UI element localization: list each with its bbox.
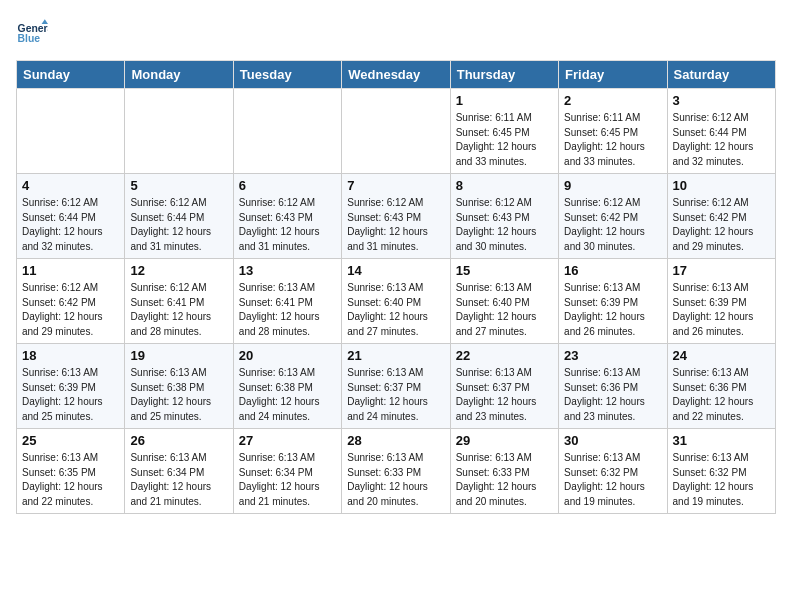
calendar-day-cell: 6Sunrise: 6:12 AM Sunset: 6:43 PM Daylig… [233,174,341,259]
svg-marker-2 [42,19,48,24]
day-number: 16 [564,263,661,278]
weekday-header-monday: Monday [125,61,233,89]
day-number: 5 [130,178,227,193]
day-number: 4 [22,178,119,193]
day-info: Sunrise: 6:13 AM Sunset: 6:33 PM Dayligh… [456,451,553,509]
day-number: 22 [456,348,553,363]
weekday-header-sunday: Sunday [17,61,125,89]
day-number: 19 [130,348,227,363]
day-info: Sunrise: 6:13 AM Sunset: 6:32 PM Dayligh… [673,451,770,509]
calendar-week-row: 25Sunrise: 6:13 AM Sunset: 6:35 PM Dayli… [17,429,776,514]
calendar-day-cell: 24Sunrise: 6:13 AM Sunset: 6:36 PM Dayli… [667,344,775,429]
day-info: Sunrise: 6:13 AM Sunset: 6:36 PM Dayligh… [673,366,770,424]
day-number: 14 [347,263,444,278]
day-number: 24 [673,348,770,363]
day-info: Sunrise: 6:13 AM Sunset: 6:36 PM Dayligh… [564,366,661,424]
day-info: Sunrise: 6:12 AM Sunset: 6:44 PM Dayligh… [22,196,119,254]
calendar-day-cell: 15Sunrise: 6:13 AM Sunset: 6:40 PM Dayli… [450,259,558,344]
day-number: 15 [456,263,553,278]
logo-icon: General Blue [16,16,48,48]
day-info: Sunrise: 6:13 AM Sunset: 6:37 PM Dayligh… [456,366,553,424]
calendar-day-cell: 4Sunrise: 6:12 AM Sunset: 6:44 PM Daylig… [17,174,125,259]
day-info: Sunrise: 6:13 AM Sunset: 6:35 PM Dayligh… [22,451,119,509]
day-info: Sunrise: 6:13 AM Sunset: 6:39 PM Dayligh… [673,281,770,339]
day-number: 8 [456,178,553,193]
svg-text:Blue: Blue [18,33,41,44]
day-number: 25 [22,433,119,448]
calendar-week-row: 4Sunrise: 6:12 AM Sunset: 6:44 PM Daylig… [17,174,776,259]
day-number: 21 [347,348,444,363]
day-info: Sunrise: 6:13 AM Sunset: 6:38 PM Dayligh… [130,366,227,424]
day-info: Sunrise: 6:13 AM Sunset: 6:39 PM Dayligh… [564,281,661,339]
day-number: 28 [347,433,444,448]
day-number: 29 [456,433,553,448]
calendar-week-row: 11Sunrise: 6:12 AM Sunset: 6:42 PM Dayli… [17,259,776,344]
day-info: Sunrise: 6:13 AM Sunset: 6:34 PM Dayligh… [239,451,336,509]
day-info: Sunrise: 6:13 AM Sunset: 6:39 PM Dayligh… [22,366,119,424]
calendar-day-cell: 3Sunrise: 6:12 AM Sunset: 6:44 PM Daylig… [667,89,775,174]
day-number: 7 [347,178,444,193]
calendar-day-cell: 28Sunrise: 6:13 AM Sunset: 6:33 PM Dayli… [342,429,450,514]
calendar-day-cell [17,89,125,174]
calendar-day-cell: 5Sunrise: 6:12 AM Sunset: 6:44 PM Daylig… [125,174,233,259]
calendar-day-cell: 8Sunrise: 6:12 AM Sunset: 6:43 PM Daylig… [450,174,558,259]
calendar-day-cell [125,89,233,174]
page-header: General Blue [16,16,776,48]
day-number: 13 [239,263,336,278]
day-info: Sunrise: 6:11 AM Sunset: 6:45 PM Dayligh… [456,111,553,169]
day-info: Sunrise: 6:12 AM Sunset: 6:44 PM Dayligh… [130,196,227,254]
calendar-day-cell: 12Sunrise: 6:12 AM Sunset: 6:41 PM Dayli… [125,259,233,344]
calendar-day-cell: 2Sunrise: 6:11 AM Sunset: 6:45 PM Daylig… [559,89,667,174]
day-number: 26 [130,433,227,448]
calendar-day-cell: 21Sunrise: 6:13 AM Sunset: 6:37 PM Dayli… [342,344,450,429]
calendar-day-cell: 30Sunrise: 6:13 AM Sunset: 6:32 PM Dayli… [559,429,667,514]
day-info: Sunrise: 6:13 AM Sunset: 6:37 PM Dayligh… [347,366,444,424]
calendar-day-cell: 1Sunrise: 6:11 AM Sunset: 6:45 PM Daylig… [450,89,558,174]
calendar-day-cell: 26Sunrise: 6:13 AM Sunset: 6:34 PM Dayli… [125,429,233,514]
weekday-header-tuesday: Tuesday [233,61,341,89]
calendar-day-cell: 10Sunrise: 6:12 AM Sunset: 6:42 PM Dayli… [667,174,775,259]
calendar-day-cell: 17Sunrise: 6:13 AM Sunset: 6:39 PM Dayli… [667,259,775,344]
calendar-day-cell: 14Sunrise: 6:13 AM Sunset: 6:40 PM Dayli… [342,259,450,344]
day-info: Sunrise: 6:13 AM Sunset: 6:40 PM Dayligh… [456,281,553,339]
calendar-day-cell: 29Sunrise: 6:13 AM Sunset: 6:33 PM Dayli… [450,429,558,514]
day-number: 9 [564,178,661,193]
calendar-day-cell: 20Sunrise: 6:13 AM Sunset: 6:38 PM Dayli… [233,344,341,429]
day-number: 23 [564,348,661,363]
day-info: Sunrise: 6:12 AM Sunset: 6:43 PM Dayligh… [456,196,553,254]
calendar-day-cell: 9Sunrise: 6:12 AM Sunset: 6:42 PM Daylig… [559,174,667,259]
calendar-day-cell: 25Sunrise: 6:13 AM Sunset: 6:35 PM Dayli… [17,429,125,514]
day-info: Sunrise: 6:13 AM Sunset: 6:34 PM Dayligh… [130,451,227,509]
day-number: 12 [130,263,227,278]
day-number: 10 [673,178,770,193]
day-info: Sunrise: 6:13 AM Sunset: 6:38 PM Dayligh… [239,366,336,424]
calendar-day-cell: 16Sunrise: 6:13 AM Sunset: 6:39 PM Dayli… [559,259,667,344]
calendar-day-cell: 7Sunrise: 6:12 AM Sunset: 6:43 PM Daylig… [342,174,450,259]
weekday-header-saturday: Saturday [667,61,775,89]
calendar-body: 1Sunrise: 6:11 AM Sunset: 6:45 PM Daylig… [17,89,776,514]
day-info: Sunrise: 6:13 AM Sunset: 6:32 PM Dayligh… [564,451,661,509]
day-info: Sunrise: 6:11 AM Sunset: 6:45 PM Dayligh… [564,111,661,169]
day-number: 18 [22,348,119,363]
day-number: 3 [673,93,770,108]
day-number: 11 [22,263,119,278]
calendar-day-cell: 23Sunrise: 6:13 AM Sunset: 6:36 PM Dayli… [559,344,667,429]
svg-text:General: General [18,23,48,34]
day-number: 31 [673,433,770,448]
day-number: 17 [673,263,770,278]
day-number: 20 [239,348,336,363]
day-number: 1 [456,93,553,108]
day-info: Sunrise: 6:12 AM Sunset: 6:42 PM Dayligh… [673,196,770,254]
calendar-day-cell: 11Sunrise: 6:12 AM Sunset: 6:42 PM Dayli… [17,259,125,344]
calendar-day-cell: 22Sunrise: 6:13 AM Sunset: 6:37 PM Dayli… [450,344,558,429]
calendar-header-row: SundayMondayTuesdayWednesdayThursdayFrid… [17,61,776,89]
day-number: 27 [239,433,336,448]
calendar-table: SundayMondayTuesdayWednesdayThursdayFrid… [16,60,776,514]
calendar-day-cell: 18Sunrise: 6:13 AM Sunset: 6:39 PM Dayli… [17,344,125,429]
day-info: Sunrise: 6:13 AM Sunset: 6:41 PM Dayligh… [239,281,336,339]
calendar-day-cell: 27Sunrise: 6:13 AM Sunset: 6:34 PM Dayli… [233,429,341,514]
logo: General Blue [16,16,52,48]
calendar-day-cell [233,89,341,174]
weekday-header-wednesday: Wednesday [342,61,450,89]
day-info: Sunrise: 6:12 AM Sunset: 6:42 PM Dayligh… [22,281,119,339]
